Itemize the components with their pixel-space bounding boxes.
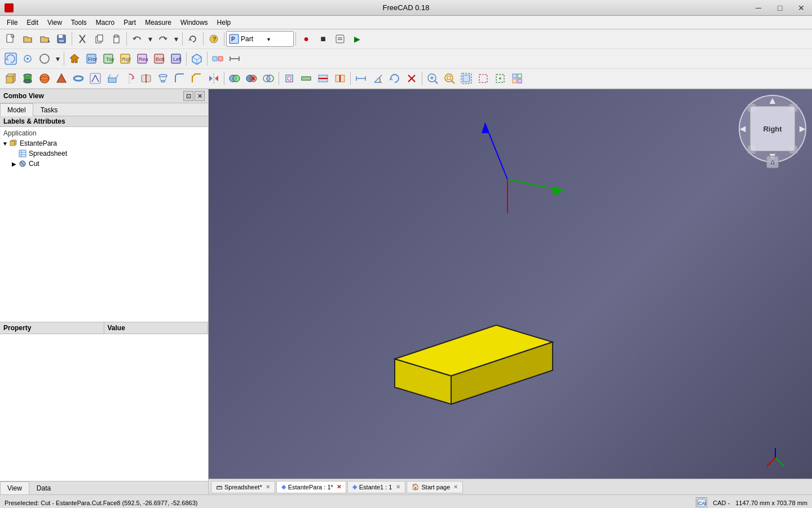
draw-style-button[interactable] [37, 51, 52, 67]
sphere-button[interactable] [37, 71, 52, 86]
tree-item-cut[interactable]: ▶ Cut [1, 159, 207, 169]
tree-item-estantepara[interactable]: ▼ EstantePara [1, 138, 207, 148]
zoom-box-button[interactable] [442, 71, 457, 86]
viewcube-arrow-left[interactable]: ◄ [738, 123, 748, 135]
menu-macro[interactable]: Macro [91, 17, 119, 28]
menu-edit[interactable]: Edit [22, 17, 43, 28]
menu-help[interactable]: Help [213, 17, 236, 28]
sidebar-btab-view[interactable]: View [0, 481, 29, 494]
refresh-measure-button[interactable] [387, 71, 403, 86]
cut-button[interactable] [74, 31, 90, 47]
combo-close-button[interactable]: ✕ [195, 91, 205, 101]
revolve-button[interactable] [121, 71, 137, 86]
undo-button[interactable] [129, 31, 145, 47]
cylinder-button[interactable] [20, 71, 36, 86]
vp-tab-startpage-close[interactable]: ✕ [453, 484, 458, 490]
macro-dialog-button[interactable] [332, 31, 348, 47]
boolean-intersect-button[interactable] [261, 71, 276, 86]
draw-style-arrow[interactable]: ▾ [54, 51, 61, 67]
sync-view-button[interactable] [509, 71, 525, 86]
menu-measure[interactable]: Measure [140, 17, 176, 28]
menu-windows[interactable]: Windows [176, 17, 213, 28]
box-select-button[interactable] [475, 71, 491, 86]
vp-tab-estantepara1[interactable]: ◆ EstantePara : 1* ✕ [276, 481, 346, 493]
close-button[interactable]: ✕ [791, 0, 812, 16]
new-button[interactable] [3, 31, 19, 47]
fillet-button[interactable] [172, 71, 188, 86]
viewcube[interactable]: ▲ ▼ ◄ ► Right ⌂ [739, 95, 806, 174]
viewcube-home[interactable]: ⌂ [766, 156, 779, 168]
chamfer-button[interactable] [189, 71, 205, 86]
boolean-union-button[interactable] [227, 71, 242, 86]
workbench-dropdown[interactable]: P Part ▾ [226, 31, 294, 47]
sidebar-btab-data[interactable]: Data [29, 481, 58, 494]
thickness-button[interactable] [298, 71, 314, 86]
tab-tasks[interactable]: Tasks [33, 103, 65, 116]
measure-dist-button[interactable] [353, 71, 369, 86]
loft-button[interactable] [155, 71, 171, 86]
home-view-button[interactable] [67, 51, 82, 67]
cross-section-button[interactable] [332, 71, 348, 86]
front-view-button[interactable]: Front [83, 51, 99, 67]
help-button[interactable]: ? [206, 31, 222, 47]
menu-part[interactable]: Part [119, 17, 140, 28]
paste-button[interactable] [108, 31, 124, 47]
extrude-button[interactable] [104, 71, 120, 86]
vp-tab-estante1-close[interactable]: ✕ [396, 484, 400, 490]
mirror-button[interactable] [206, 71, 222, 86]
stereo-button[interactable] [210, 51, 226, 67]
viewcube-face[interactable]: Right [750, 106, 795, 151]
refresh-button[interactable] [185, 31, 201, 47]
clear-measure-button[interactable] [404, 71, 420, 86]
vp-tab-estante1[interactable]: ◆ Estante1 : 1 ✕ [347, 481, 405, 493]
viewcube-arrow-top[interactable]: ▲ [767, 95, 778, 107]
torus-button[interactable] [70, 71, 86, 86]
isometric-view-button[interactable] [189, 51, 205, 67]
recent-files-button[interactable]: ▾ [37, 31, 52, 47]
vp-tab-estantepara1-close[interactable]: ✕ [337, 484, 341, 490]
record-macro-button[interactable]: ● [298, 31, 314, 47]
viewport-3d[interactable]: ▲ ▼ ◄ ► Right ⌂ 🗃 Spreadsheet* ✕ [209, 89, 812, 494]
app-title: FreeCAD 0.18 [382, 3, 429, 12]
redo-button[interactable] [155, 31, 171, 47]
fit-all-button[interactable] [3, 51, 19, 67]
vp-tab-spreadsheet-close[interactable]: ✕ [266, 484, 270, 490]
tab-model[interactable]: Model [0, 103, 33, 116]
maximize-button[interactable]: □ [769, 0, 791, 16]
save-button[interactable] [54, 31, 69, 47]
top-view-button[interactable]: Top [100, 51, 116, 67]
tree-item-spreadsheet[interactable]: Spreadsheet [1, 148, 207, 159]
menu-file[interactable]: File [2, 17, 22, 28]
combo-float-button[interactable]: ⊡ [183, 91, 193, 101]
minimize-button[interactable]: ─ [748, 0, 769, 16]
rear-view-button[interactable]: Rear [134, 51, 150, 67]
redo-arrow[interactable]: ▾ [172, 31, 180, 47]
undo-arrow[interactable]: ▾ [146, 31, 154, 47]
cone-button[interactable] [54, 71, 69, 86]
box-zoom-button[interactable] [492, 71, 508, 86]
bottom-view-button[interactable]: Bott [151, 51, 167, 67]
fit-selection-button[interactable] [20, 51, 36, 67]
left-view-button[interactable]: Left [168, 51, 184, 67]
create-sketch-button[interactable] [87, 71, 103, 86]
open-button[interactable] [20, 31, 36, 47]
stop-macro-button[interactable]: ■ [315, 31, 331, 47]
measure-angle-button[interactable] [370, 71, 386, 86]
section-cut-button[interactable] [315, 71, 331, 86]
offset-2d-button[interactable] [281, 71, 297, 86]
menu-view[interactable]: View [43, 17, 67, 28]
boolean-cut-button[interactable] [244, 71, 259, 86]
vp-tab-startpage[interactable]: 🏠 Start page ✕ [407, 481, 464, 493]
select-all-button[interactable] [458, 71, 474, 86]
vp-tab-spreadsheet[interactable]: 🗃 Spreadsheet* ✕ [211, 481, 275, 493]
viewcube-arrow-right[interactable]: ► [797, 123, 807, 135]
box-button[interactable] [3, 71, 19, 86]
zoom-all-button[interactable] [425, 71, 440, 86]
menu-tools[interactable]: Tools [67, 17, 91, 28]
right-view-button[interactable]: Right [117, 51, 133, 67]
svg-rect-105 [513, 74, 517, 78]
copy-button[interactable] [91, 31, 107, 47]
play-macro-button[interactable]: ▶ [349, 31, 365, 47]
section-button[interactable] [138, 71, 154, 86]
measure-linear-button[interactable] [227, 51, 242, 67]
